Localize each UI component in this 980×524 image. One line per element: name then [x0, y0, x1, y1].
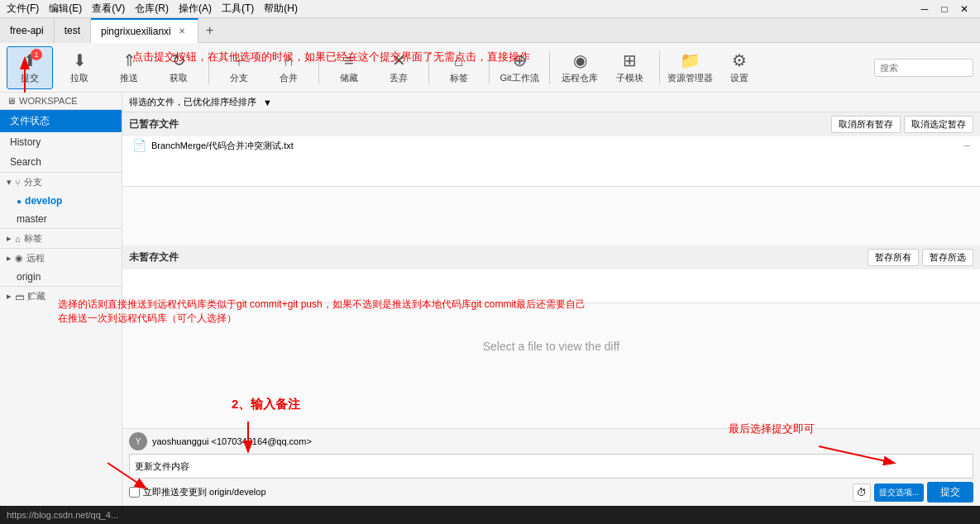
discard-icon: ✕: [392, 50, 406, 70]
commit-footer: 立即推送变更到 origin/develop ⏱ 提交选项... 提交: [129, 482, 973, 503]
toolbar-settings-btn[interactable]: ⚙ 设置: [716, 46, 762, 89]
sidebar-section-branches[interactable]: ▾ ⑂ 分支: [0, 172, 122, 192]
submodule-icon: ⊞: [623, 50, 637, 70]
stage-all-btn[interactable]: 暂存所有: [868, 249, 919, 266]
commit-submit-btn[interactable]: 提交: [927, 482, 973, 503]
toolbar-tag-btn[interactable]: ⌂ 标签: [436, 46, 482, 89]
stash-expand-icon: ▸: [7, 291, 12, 302]
active-branch-dot: ●: [17, 197, 22, 206]
toolbar-explorer-btn[interactable]: 📁 资源管理器: [667, 46, 713, 89]
tab-test[interactable]: test: [55, 18, 91, 43]
menu-view[interactable]: 查看(V): [92, 2, 125, 16]
remote-section-icon: ◉: [15, 253, 23, 264]
stash-section-label: 贮藏: [27, 290, 45, 302]
workspace-icon: 🖥: [7, 96, 16, 106]
toolbar-search-area: [874, 59, 973, 77]
toolbar-fetch-btn[interactable]: ↻ 获取: [155, 46, 202, 89]
search-input[interactable]: [874, 59, 973, 77]
toolbar-pull-btn[interactable]: ⬇ 拉取: [56, 46, 103, 89]
commit-badge: 1: [31, 49, 42, 60]
unstage-selected-btn[interactable]: 取消选定暂存: [904, 116, 973, 133]
menu-tools[interactable]: 工具(T): [222, 2, 254, 16]
tab-bar: free-api test pingrixuexilianxi ✕ +: [0, 18, 980, 43]
sidebar-item-file-status[interactable]: 文件状态: [0, 110, 122, 132]
unstage-file-icon[interactable]: ─: [963, 141, 970, 150]
tags-expand-icon: ▸: [7, 233, 12, 244]
staged-section-header: 已暂存文件 取消所有暂存 取消选定暂存: [122, 112, 980, 136]
close-btn[interactable]: ✕: [955, 0, 973, 18]
commit-clock-btn[interactable]: ⏱: [853, 484, 871, 502]
add-tab-btn[interactable]: +: [198, 19, 222, 42]
remote-expand-icon: ▸: [7, 253, 12, 264]
sidebar-remote-origin[interactable]: origin: [0, 268, 122, 286]
unstaged-label: 未暂存文件: [129, 250, 179, 264]
explorer-icon: 📁: [680, 50, 700, 70]
tab-label: pingrixuexilianxi: [101, 26, 171, 37]
sidebar-branch-master[interactable]: master: [0, 210, 122, 228]
toolbar-merge-btn[interactable]: ⑃ 合并: [265, 46, 312, 89]
toolbar-commit-btn[interactable]: 1 ⬆ 提交: [7, 46, 53, 89]
staged-files-section: 已暂存文件 取消所有暂存 取消选定暂存 📄 BranchMerge/代码合并冲突…: [122, 112, 980, 187]
tab-pingrixuexilianxi[interactable]: pingrixuexilianxi ✕: [91, 18, 198, 43]
menu-action[interactable]: 操作(A): [179, 2, 212, 16]
toolbar-push-btn[interactable]: ⇑ 推送: [106, 46, 152, 89]
remote-icon: ◉: [573, 50, 587, 70]
minimize-btn[interactable]: ─: [915, 0, 934, 18]
remote-section-label: 远程: [26, 252, 45, 264]
staged-file-item[interactable]: 📄 BranchMerge/代码合并冲突测试.txt ─: [122, 136, 980, 155]
toolbar-sep-3: [428, 51, 429, 84]
tab-free-api[interactable]: free-api: [0, 18, 55, 43]
toolbar-branch-btn[interactable]: ⑂ 分支: [216, 46, 262, 89]
stash-section-icon: 🗃: [15, 292, 24, 302]
toolbar-sep-1: [208, 51, 209, 84]
toolbar-remote-btn[interactable]: ◉ 远程仓库: [557, 46, 603, 89]
push-immediately-checkbox[interactable]: [129, 487, 140, 498]
settings-label: 设置: [730, 72, 748, 84]
fetch-icon: ↻: [172, 50, 186, 70]
fetch-label: 获取: [170, 72, 188, 84]
stash-icon: ≡: [344, 51, 354, 70]
toolbar-discard-btn[interactable]: ✕ 丢弃: [375, 46, 422, 89]
sidebar-item-history[interactable]: History: [0, 132, 122, 152]
staged-file-list: 📄 BranchMerge/代码合并冲突测试.txt ─: [122, 136, 980, 186]
toolbar-submodule-btn[interactable]: ⊞ 子模块: [606, 46, 653, 89]
sidebar-section-stash[interactable]: ▸ 🗃 贮藏: [0, 286, 122, 306]
staged-label: 已暂存文件: [129, 117, 179, 131]
file-header: 得选的文件，已优化排序经排序 ▼: [122, 93, 980, 112]
commit-user-text: yaoshuanggui <1070342164@qq.com>: [152, 436, 312, 446]
sidebar-branch-develop[interactable]: ● develop: [0, 192, 122, 210]
sidebar-item-search[interactable]: Search: [0, 152, 122, 172]
tab-close-icon[interactable]: ✕: [176, 26, 188, 37]
menu-help[interactable]: 帮助(H): [264, 2, 298, 16]
sort-dropdown-icon[interactable]: ▼: [263, 98, 272, 107]
explorer-label: 资源管理器: [667, 72, 713, 84]
merge-label: 合并: [280, 72, 298, 84]
stage-selected-btn[interactable]: 暂存所选: [922, 249, 973, 266]
tab-label: free-api: [10, 25, 44, 36]
toolbar-sep-6: [659, 51, 660, 84]
toolbar-gitflow-btn[interactable]: ⊕ Git工作流: [496, 46, 543, 89]
push-checkbox-label[interactable]: 立即推送变更到 origin/develop: [129, 486, 266, 498]
tag-icon: ⌂: [454, 51, 464, 70]
unstage-all-btn[interactable]: 取消所有暂存: [831, 116, 901, 133]
merge-icon: ⑃: [284, 51, 294, 70]
commit-message-input[interactable]: [129, 454, 973, 479]
diff-placeholder-text: Select a file to view the diff: [483, 340, 620, 353]
file-type-icon: 📄: [132, 139, 146, 152]
sidebar: 🖥 WORKSPACE 文件状态 History Search ▾ ⑂ 分支 ●…: [0, 93, 122, 506]
branch-label: 分支: [230, 72, 248, 84]
toolbar: 1 ⬆ 提交 ⬇ 拉取 ⇑ 推送 ↻ 获取 ⑂ 分支 ⑃ 合并 ≡ 储藏: [0, 43, 980, 93]
menu-file[interactable]: 文件(F): [7, 2, 39, 16]
menu-edit[interactable]: 编辑(E): [49, 2, 82, 16]
sidebar-section-remote[interactable]: ▸ ◉ 远程: [0, 248, 122, 268]
branch-section-label: 分支: [24, 176, 42, 188]
toolbar-sep-5: [549, 51, 550, 84]
pull-icon: ⬇: [73, 50, 87, 70]
toolbar-stash-btn[interactable]: ≡ 储藏: [326, 46, 372, 89]
commit-label: 提交: [21, 72, 39, 84]
commit-options-btn[interactable]: 提交选项...: [874, 484, 924, 502]
commit-footer-right: ⏱ 提交选项... 提交: [853, 482, 973, 503]
sidebar-section-tags[interactable]: ▸ ⌂ 标签: [0, 228, 122, 248]
maximize-btn[interactable]: □: [935, 0, 954, 18]
menu-repo[interactable]: 仓库(R): [135, 2, 169, 16]
